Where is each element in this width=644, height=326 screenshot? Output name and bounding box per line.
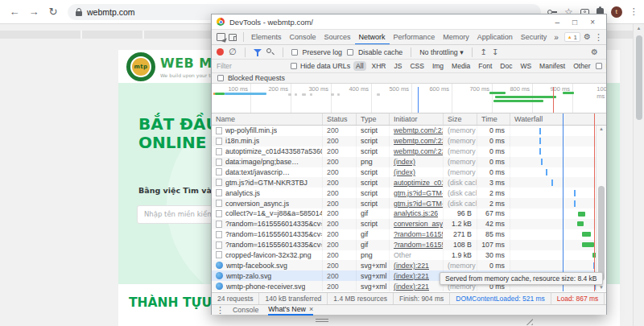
filter-chip-img[interactable]: Img [430,61,446,71]
initiator-cell[interactable]: (index) [390,167,444,178]
padlock-icon[interactable] [76,8,82,16]
initiator-cell[interactable]: ?random=161555… [390,229,444,240]
column-header-initiator[interactable]: Initiator [390,113,444,125]
table-row[interactable]: ?random=1615556014335&cv=9&fst…200gif?ra… [212,240,606,250]
inspect-element-icon[interactable] [217,33,225,41]
overview-waterfall-bar [302,93,306,96]
scrollbar-thumb[interactable] [636,35,642,120]
throttling-select[interactable]: No throttling ▾ [419,48,463,56]
initiator-cell[interactable]: (index) [390,157,444,167]
minimize-icon[interactable]: – [555,18,560,27]
forward-icon[interactable]: → [24,6,43,18]
export-har-icon[interactable]: ↧ [492,47,498,56]
table-row[interactable]: wp-polyfill.min.js200scriptwebmtp.com/:2… [212,126,606,136]
tab-security[interactable]: Security [517,30,551,45]
disable-cache-checkbox[interactable] [347,49,353,56]
table-row[interactable]: collect?v=1&_v=j88&a=585014695&…200gifan… [212,208,606,219]
table-row[interactable]: autoptimize_c01d433587a53609d670…200scri… [212,146,606,157]
devtools-titlebar[interactable]: DevTools - webmtp.com/ – □ × [212,14,606,30]
scroll-up-icon[interactable]: ▲ [634,24,644,32]
filter-chip-css[interactable]: CSS [407,61,426,71]
back-icon[interactable]: ← [5,6,24,18]
filter-input[interactable]: Filter [217,62,287,70]
preserve-log-checkbox[interactable] [291,49,298,56]
column-header-status[interactable]: Status [323,113,357,125]
close-icon[interactable]: × [590,18,595,27]
scroll-up-icon[interactable]: ▲ [597,126,606,133]
filter-chip-js[interactable]: JS [392,61,405,71]
initiator-cell[interactable]: webmtp.com/:221 [390,146,444,157]
filter-chip-ws[interactable]: WS [518,61,534,71]
warning-badge[interactable]: ▲ 1 [564,32,580,42]
devtools-menu-icon[interactable]: ⋮ [594,33,603,42]
filter-chip-xhr[interactable]: XHR [369,61,389,71]
table-row[interactable]: ?random=1615556014335&cv=9&fst…200gif?ra… [212,229,606,240]
initiator-cell[interactable]: gtm.js?id=GTM-N… [390,198,444,208]
has-blocked-cookies-checkbox[interactable] [596,63,602,69]
initiator-cell[interactable]: webmtp.com/:221 [390,126,444,136]
table-scrollbar[interactable]: ▲ ▼ [596,126,606,291]
network-overview-timeline[interactable]: 100 ms200 ms300 ms400 ms500 ms600 ms700 … [212,84,606,113]
tab-elements[interactable]: Elements [247,30,286,45]
initiator-cell[interactable]: webmtp.com/:221 [390,136,444,146]
initiator-cell[interactable]: ?random=161555… [390,240,444,250]
record-icon[interactable] [217,48,224,56]
initiator-cell[interactable]: (index):221 [390,270,444,281]
drawer-tab-console[interactable]: Console [233,305,258,316]
column-header-name[interactable]: Name [212,113,323,125]
filter-chip-doc[interactable]: Doc [497,61,514,71]
filter-chip-manifest[interactable]: Manifest [537,61,568,71]
table-row[interactable]: ?random=1615556014335&cv=9&fst…200script… [212,219,606,229]
clear-icon[interactable]: ∅ [229,47,237,56]
initiator-cell[interactable]: conversion_async.j… [390,219,444,229]
initiator-cell[interactable]: (index):221 [390,260,444,270]
device-toolbar-icon[interactable] [229,34,237,41]
hide-data-urls-checkbox[interactable] [291,63,297,69]
network-settings-gear-icon[interactable]: ⚙ [591,48,598,56]
table-row[interactable]: wmtp-facebook.svg200svg+xml(index):221(m… [212,260,606,270]
drawer-tab-what-s-new[interactable]: What's New× [268,305,313,316]
table-row[interactable]: data:text/javascrip…200script(index)(mem… [212,167,606,178]
table-row[interactable]: conversion_async.js200scriptgtm.js?id=GT… [212,198,606,208]
column-header-waterfall[interactable]: Waterfall [510,113,606,125]
tab-sources[interactable]: Sources [320,30,355,45]
import-har-icon[interactable]: ↥ [481,47,487,56]
tab-console[interactable]: Console [286,30,320,45]
tab-performance[interactable]: Performance [390,30,440,45]
tab-application[interactable]: Application [473,30,517,45]
filter-chip-font[interactable]: Font [476,61,494,71]
table-row[interactable]: analytics.js200scriptgtm.js?id=GTM-N…(di… [212,188,606,198]
table-row[interactable]: gtm.js?id=GTM-NKR3TBJ200scriptautoptimiz… [212,177,606,188]
filter-chip-all[interactable]: All [353,61,365,71]
column-header-size[interactable]: Size [444,113,477,125]
overview-gridline [331,84,332,113]
filter-chip-media[interactable]: Media [449,61,473,71]
scroll-down-icon[interactable]: ▼ [597,284,606,291]
initiator-cell[interactable]: autoptimize_c01d… [390,177,444,188]
filter-funnel-icon[interactable] [254,48,262,56]
drawer-menu-icon[interactable]: ⋮ [216,306,225,315]
column-header-time[interactable]: Time [477,113,510,125]
filter-chip-other[interactable]: Other [571,61,592,71]
initiator-cell[interactable]: gtm.js?id=GTM-N… [390,188,444,198]
table-row[interactable]: cropped-favicon-32x32.png200pngOther1.9 … [212,250,606,261]
scrollbar-thumb[interactable] [598,186,605,281]
more-tabs-icon[interactable]: » [551,33,562,42]
site-logo[interactable]: mtp [126,52,155,81]
page-scrollbar[interactable]: ▲ [633,24,644,326]
reload-icon[interactable]: ↻ [43,6,63,18]
profile-avatar[interactable]: t [611,6,622,18]
initiator-cell[interactable]: (index):221 [390,281,444,291]
browser-menu-icon[interactable]: ⋮ [630,7,638,16]
tab-memory[interactable]: Memory [439,30,473,45]
tab-network[interactable]: Network [355,30,390,45]
settings-gear-icon[interactable]: ⚙ [584,33,591,41]
search-icon[interactable] [266,48,275,56]
column-header-type[interactable]: Type [357,113,390,125]
drawer-tab-close-icon[interactable]: × [309,304,313,314]
blocked-requests-checkbox[interactable] [217,75,224,81]
maximize-icon[interactable]: □ [572,18,577,27]
initiator-cell[interactable]: analytics.js:26 [390,208,444,219]
table-row[interactable]: data:image/png;base…200png(index)(memory… [212,157,606,167]
table-row[interactable]: i18n.min.js200scriptwebmtp.com/:221(memo… [212,136,606,146]
